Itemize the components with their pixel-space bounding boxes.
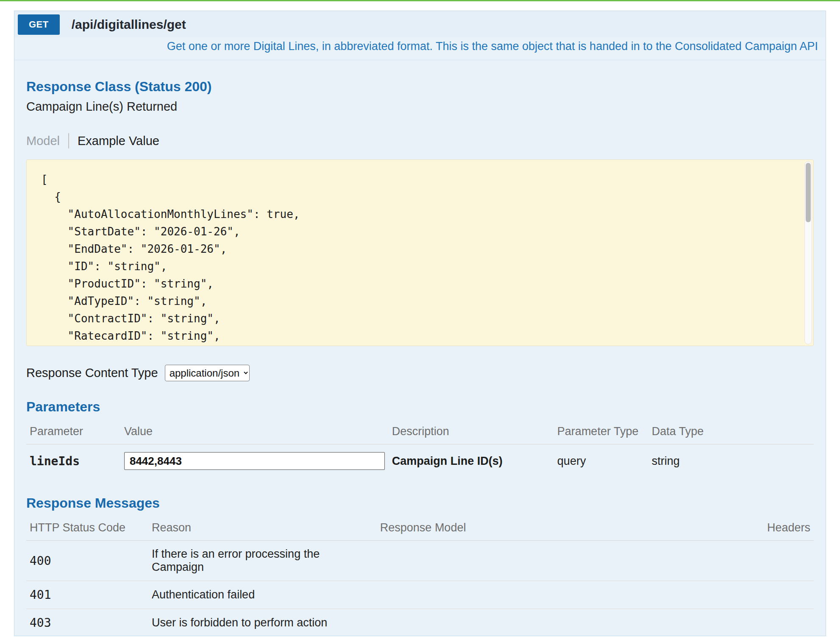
status-headers <box>648 581 814 609</box>
code-scrollbar[interactable] <box>804 161 812 344</box>
col-data-type: Data Type <box>648 420 814 444</box>
response-message-row: 403 User is forbidden to perform action <box>26 609 814 637</box>
lineids-value-input[interactable] <box>124 452 385 470</box>
operation-header[interactable]: GET /api/digitallines/get <box>14 11 826 37</box>
operation-summary: Get one or more Digital Lines, in abbrev… <box>14 37 826 60</box>
status-code: 400 <box>26 541 148 581</box>
col-reason: Reason <box>148 516 377 541</box>
status-headers <box>648 609 814 637</box>
http-method-badge[interactable]: GET <box>18 14 60 35</box>
parameter-type: query <box>554 444 648 478</box>
response-content-type-label: Response Content Type <box>26 366 158 380</box>
status-code: 401 <box>26 581 148 609</box>
top-divider <box>0 0 840 1</box>
status-code: 403 <box>26 609 148 637</box>
status-response-model <box>377 541 648 581</box>
endpoint-path[interactable]: /api/digitallines/get <box>72 17 186 32</box>
status-reason: Authentication failed <box>148 581 377 609</box>
example-json-box[interactable]: [ { "AutoAllocationMonthlyLines": true, … <box>26 159 814 346</box>
col-headers: Headers <box>648 516 814 541</box>
parameters-header-row: Parameter Value Description Parameter Ty… <box>26 420 814 444</box>
status-reason: If there is an error processing the Camp… <box>148 541 377 581</box>
parameter-description: Campaign Line ID(s) <box>389 444 554 478</box>
parameter-data-type: string <box>648 444 814 478</box>
col-response-model: Response Model <box>377 516 648 541</box>
response-class-subtitle: Campaign Line(s) Returned <box>26 100 814 114</box>
parameters-heading: Parameters <box>26 399 814 415</box>
response-message-row: 400 If there is an error processing the … <box>26 541 814 581</box>
operation-content: Response Class (Status 200) Campaign Lin… <box>14 79 826 636</box>
model-example-tabs: Model Example Value <box>26 133 814 148</box>
response-class-heading: Response Class (Status 200) <box>26 79 814 95</box>
api-operation-digitallines-get: GET /api/digitallines/get Get one or mor… <box>14 11 826 636</box>
parameters-table: Parameter Value Description Parameter Ty… <box>26 420 814 478</box>
response-messages-heading: Response Messages <box>26 495 814 511</box>
response-messages-header-row: HTTP Status Code Reason Response Model H… <box>26 516 814 541</box>
status-response-model <box>377 609 648 637</box>
response-content-type-row: Response Content Type application/json <box>26 365 814 381</box>
response-content-type-select[interactable]: application/json <box>165 365 250 381</box>
col-http-status-code: HTTP Status Code <box>26 516 148 541</box>
response-message-row: 401 Authentication failed <box>26 581 814 609</box>
tab-example-value[interactable]: Example Value <box>78 134 159 148</box>
parameter-row: lineIds Campaign Line ID(s) query string <box>26 444 814 478</box>
col-parameter-type: Parameter Type <box>554 420 648 444</box>
col-value: Value <box>121 420 389 444</box>
status-headers <box>648 541 814 581</box>
col-description: Description <box>389 420 554 444</box>
status-reason: User is forbidden to perform action <box>148 609 377 637</box>
tab-divider <box>68 133 69 148</box>
code-scrollbar-thumb[interactable] <box>806 163 811 222</box>
status-response-model <box>377 581 648 609</box>
example-json-text: [ { "AutoAllocationMonthlyLines": true, … <box>27 160 813 346</box>
response-messages-table: HTTP Status Code Reason Response Model H… <box>26 516 814 636</box>
tab-model[interactable]: Model <box>26 134 60 148</box>
col-parameter: Parameter <box>26 420 121 444</box>
parameter-name: lineIds <box>26 444 121 478</box>
